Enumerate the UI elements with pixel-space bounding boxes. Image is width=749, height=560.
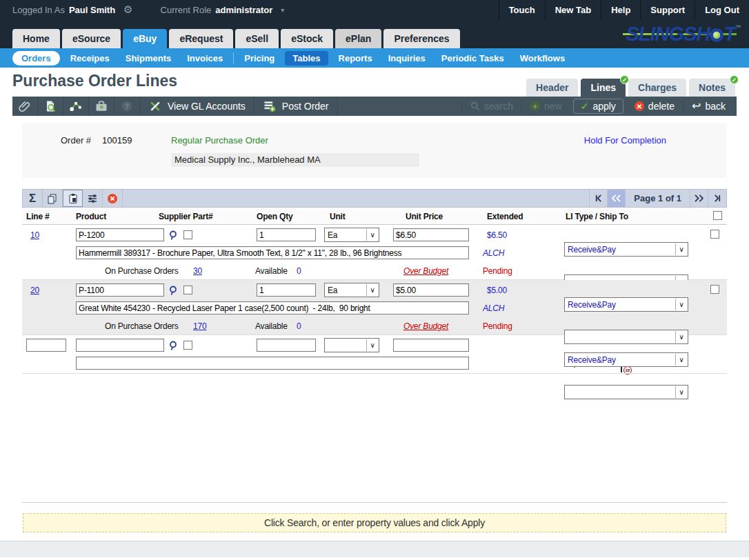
tab-lines[interactable]: Lines✓: [581, 79, 626, 97]
back-arrow-icon: ↩: [692, 101, 701, 111]
role-chevron-down-icon[interactable]: ▾: [281, 6, 284, 14]
col-line: Line #: [26, 212, 49, 221]
tab-esell[interactable]: eSell: [235, 29, 279, 48]
subnav-tables[interactable]: Tables: [285, 51, 328, 66]
topmenu-help[interactable]: Help: [601, 0, 640, 19]
unit-price-input[interactable]: [393, 228, 469, 241]
supplier-part-checkbox[interactable]: [183, 230, 192, 239]
tab-erequest[interactable]: eRequest: [169, 29, 233, 48]
status-pending: Pending: [483, 321, 512, 331]
help-button[interactable]: ?: [114, 97, 140, 116]
subnav-inquiries[interactable]: Inquiries: [383, 51, 431, 66]
delete-button[interactable]: ✕ delete: [626, 97, 683, 116]
attachment-button[interactable]: [12, 97, 38, 116]
new-product-input[interactable]: [76, 339, 164, 352]
description-input[interactable]: [76, 246, 469, 259]
tab-preferences[interactable]: Preferences: [383, 29, 459, 48]
open-qty-input[interactable]: [257, 283, 316, 297]
tab-estock[interactable]: eStock: [281, 29, 333, 48]
subnav-pricing[interactable]: Pricing: [239, 51, 280, 66]
product-lookup-icon[interactable]: [168, 340, 179, 351]
next-page-button[interactable]: [690, 190, 708, 207]
topmenu-log-out[interactable]: Log Out: [695, 0, 749, 19]
subnav-shipments[interactable]: Shipments: [120, 51, 177, 66]
hold-for-completion-link[interactable]: Hold For Completion: [584, 135, 666, 146]
totals-sigma-button[interactable]: Σ: [23, 190, 43, 207]
new-button[interactable]: + new: [522, 97, 570, 116]
supplier-field: Medical Supply Inc., Marblehead MA: [171, 153, 419, 167]
subnav-receipes[interactable]: Receipes: [65, 51, 115, 66]
over-budget-link[interactable]: Over Budget: [403, 321, 448, 331]
topmenu-touch[interactable]: Touch: [499, 0, 545, 19]
new-unit-select[interactable]: ∨: [324, 338, 379, 352]
toolbox-button[interactable]: [89, 97, 114, 116]
unit-select[interactable]: Ea∨: [324, 283, 379, 297]
chevron-down-icon: ∨: [366, 284, 378, 296]
subnav-periodic-tasks[interactable]: Periodic Tasks: [436, 51, 510, 66]
new-li-type-select[interactable]: Receive&Pay∨: [564, 352, 688, 367]
product-lookup-icon[interactable]: [168, 230, 179, 241]
tab-esource[interactable]: eSource: [62, 29, 121, 48]
on-po-value-link[interactable]: 170: [193, 321, 206, 331]
subnav-reports[interactable]: Reports: [333, 51, 378, 66]
unit-price-input[interactable]: [393, 283, 469, 297]
supplier-part-checkbox[interactable]: [183, 286, 192, 294]
grid-settings-button[interactable]: [83, 190, 103, 207]
current-role-value[interactable]: administrator: [215, 5, 272, 15]
select-all-checkbox[interactable]: [713, 211, 722, 220]
product-lookup-icon[interactable]: [168, 285, 179, 296]
product-input[interactable]: [76, 228, 164, 241]
line-number-link[interactable]: 20: [30, 286, 39, 295]
status-pending: Pending: [483, 266, 512, 276]
li-type-select[interactable]: Receive&Pay∨: [564, 242, 688, 257]
new-line-number-input[interactable]: [26, 339, 66, 352]
grid-toolbar: Σ Page 1 of 1: [22, 189, 727, 208]
chevron-down-icon: ∨: [366, 339, 378, 351]
tab-charges[interactable]: Charges: [628, 79, 686, 97]
previous-page-button[interactable]: [608, 190, 626, 207]
new-supplier-part-checkbox[interactable]: [183, 341, 192, 350]
unit-select[interactable]: Ea∨: [324, 228, 379, 242]
tab-header[interactable]: Header: [526, 79, 578, 97]
user-settings-gear-icon[interactable]: ⚙: [123, 3, 132, 16]
extended-value: $5.00: [487, 286, 507, 295]
new-open-qty-input[interactable]: [257, 339, 316, 352]
first-page-button[interactable]: [590, 190, 608, 207]
product-input[interactable]: [76, 283, 164, 297]
workflow-links-button[interactable]: [63, 97, 89, 116]
description-input[interactable]: [76, 301, 469, 314]
new-ship-to-select[interactable]: ∨: [564, 385, 688, 399]
new-unit-price-input[interactable]: [393, 339, 469, 352]
col-unit: Unit: [330, 212, 346, 221]
apply-button[interactable]: ✓ apply: [573, 99, 623, 114]
logo-target-icon: [710, 28, 723, 42]
subnav-orders[interactable]: Orders: [12, 51, 60, 66]
last-page-button[interactable]: [708, 190, 726, 207]
view-gl-accounts-button[interactable]: View GL Accounts: [140, 97, 254, 116]
grid-cancel-button[interactable]: [103, 190, 123, 207]
open-qty-input[interactable]: [257, 228, 316, 241]
li-type-select[interactable]: Receive&Pay∨: [564, 297, 688, 312]
subnav-workflows[interactable]: Workflows: [515, 51, 571, 66]
topmenu-new-tab[interactable]: New Tab: [545, 0, 601, 19]
tab-notes[interactable]: Notes✓: [689, 79, 735, 97]
back-button[interactable]: ↩ back: [683, 97, 737, 116]
tab-home[interactable]: Home: [12, 29, 60, 48]
on-po-value-link[interactable]: 30: [193, 266, 202, 276]
tab-ebuy[interactable]: eBuy: [123, 29, 167, 48]
paste-button[interactable]: [63, 190, 83, 207]
audit-preview-button[interactable]: [38, 97, 63, 116]
tab-eplan[interactable]: ePlan: [335, 29, 381, 48]
row-select-checkbox[interactable]: [710, 285, 719, 294]
new-description-input[interactable]: [76, 357, 469, 370]
row-select-checkbox[interactable]: [710, 230, 719, 239]
topmenu-support[interactable]: Support: [640, 0, 695, 19]
line-number-link[interactable]: 10: [30, 230, 39, 240]
copy-button[interactable]: [43, 190, 63, 207]
post-order-button[interactable]: Post Order: [254, 97, 338, 116]
chevron-down-icon: ∨: [675, 243, 687, 255]
slingshot-logo: SLINGSHT ™: [626, 21, 741, 46]
over-budget-link[interactable]: Over Budget: [403, 266, 448, 276]
subnav-invoices[interactable]: Invoices: [181, 51, 228, 66]
search-button[interactable]: search: [462, 97, 521, 116]
